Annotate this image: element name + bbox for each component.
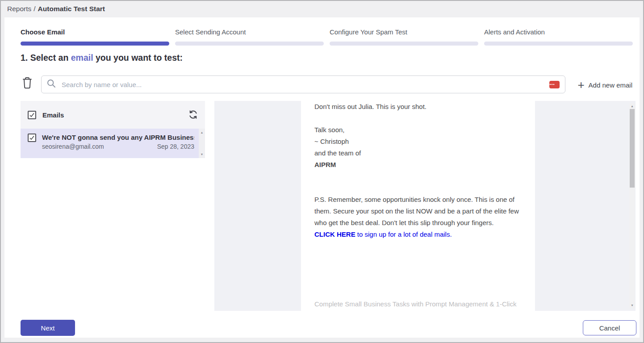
step-alerts-activation[interactable]: Alerts and Activation	[484, 28, 633, 46]
preview-scrollbar[interactable]: ▲ ▼	[629, 103, 635, 308]
list-scrollbar[interactable]: ▲ ▼	[199, 129, 205, 158]
refresh-icon	[188, 114, 198, 121]
breadcrumb: Reports / Automatic Test Start	[1, 1, 643, 17]
scroll-down-icon[interactable]: ▼	[199, 153, 205, 156]
scrollbar-thumb[interactable]	[630, 109, 635, 188]
email-list-header: Emails	[21, 101, 205, 129]
refresh-button[interactable]	[188, 110, 198, 120]
search-icon	[47, 79, 61, 90]
email-list-item[interactable]: We're NOT gonna send you any AIPRM Busin…	[21, 129, 199, 158]
step-choose-email[interactable]: Choose Email	[21, 28, 169, 46]
preview-teaser-line: Complete Small Business Tasks with Promp…	[314, 298, 522, 311]
add-new-email-label: Add new email	[589, 81, 632, 89]
breadcrumb-section[interactable]: Reports	[7, 5, 31, 13]
email-subject: We're NOT gonna send you any AIPRM Busin…	[42, 134, 194, 141]
email-sender: seosirena@gmail.com	[42, 143, 104, 150]
search-box	[41, 75, 565, 93]
scroll-down-icon[interactable]: ▼	[629, 304, 635, 307]
breadcrumb-separator: /	[33, 5, 35, 13]
email-link[interactable]: email	[71, 53, 93, 63]
breadcrumb-page: Automatic Test Start	[38, 5, 105, 13]
trash-icon	[22, 84, 33, 91]
plus-icon: +	[577, 80, 584, 89]
step-progress-bar	[330, 42, 478, 46]
step-progress-bar	[484, 42, 633, 46]
page-title: 1. Select an email you you want to test:	[21, 53, 183, 63]
wizard-stepper: Choose Email Select Sending Account Conf…	[21, 28, 633, 46]
preview-opening-line: Don't miss out Julia. This is your shot.	[314, 101, 522, 113]
email-date: Sep 28, 2023	[157, 143, 194, 150]
preview-brand-line: AIPRM	[314, 159, 522, 171]
select-all-checkbox[interactable]	[28, 111, 36, 119]
content-area: Emails	[21, 101, 636, 311]
step-configure-spam-test[interactable]: Configure Your Spam Test	[330, 28, 478, 46]
email-checkbox[interactable]	[28, 134, 36, 142]
email-meta: seosirena@gmail.com Sep 28, 2023	[42, 143, 194, 150]
preview-cta-line: CLICK HERE to sign up for a lot of deal …	[314, 229, 522, 240]
scroll-up-icon[interactable]: ▲	[629, 105, 635, 108]
main-card: Choose Email Select Sending Account Conf…	[4, 17, 640, 338]
email-list-panel: Emails	[21, 101, 205, 158]
email-preview-body: Don't miss out Julia. This is your shot.…	[301, 101, 535, 311]
step-progress-bar	[21, 42, 169, 46]
email-list-title: Emails	[42, 111, 64, 119]
next-button[interactable]: Next	[21, 320, 75, 336]
delete-button[interactable]	[21, 77, 33, 90]
email-preview-pane: Don't miss out Julia. This is your shot.…	[214, 101, 636, 311]
add-new-email-button[interactable]: + Add new email	[577, 79, 632, 91]
email-list-rows: We're NOT gonna send you any AIPRM Busin…	[21, 129, 205, 158]
preview-signoff-line: ~ Christoph	[314, 136, 522, 147]
step-select-sending-account[interactable]: Select Sending Account	[175, 28, 324, 46]
search-input[interactable]	[61, 80, 549, 89]
cancel-button[interactable]: Cancel	[583, 320, 636, 335]
email-info: We're NOT gonna send you any AIPRM Busin…	[42, 134, 194, 150]
app-window: Reports / Automatic Test Start Choose Em…	[0, 0, 644, 343]
preview-signoff-line: Talk soon,	[314, 124, 522, 136]
click-here-link[interactable]: CLICK HERE to sign up for a lot of deal …	[314, 230, 452, 238]
step-progress-bar	[175, 42, 324, 46]
preview-signoff-line: and the team of	[314, 147, 522, 159]
ellipsis-badge-icon[interactable]	[549, 81, 560, 88]
preview-ps-paragraph: P.S. Remember, some opportunities knock …	[314, 194, 522, 229]
scroll-up-icon[interactable]: ▲	[199, 131, 205, 134]
